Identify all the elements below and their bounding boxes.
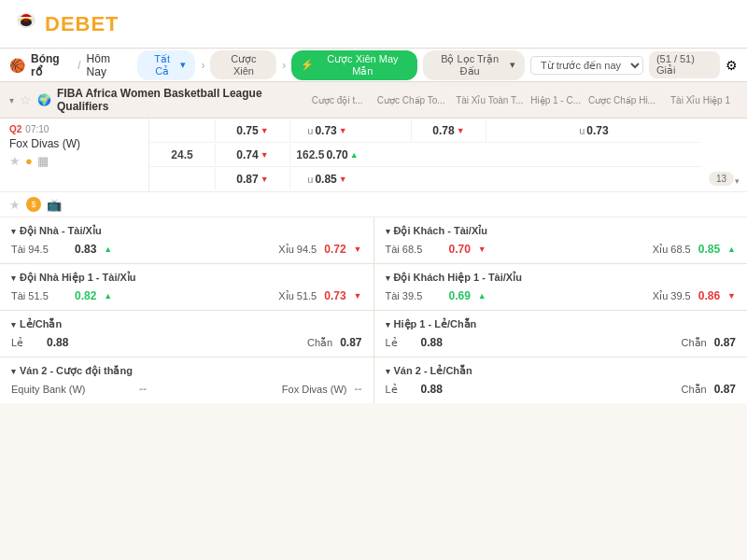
bet-label-equity: Equity Bank (W)	[11, 384, 132, 395]
nav-time[interactable]: Hôm Nay	[87, 52, 132, 78]
count-badge: (51 / 51) Giải	[649, 51, 720, 78]
col-h5: Cược Chấp Hi...	[585, 95, 659, 105]
bet-label-le3: Lẻ	[386, 384, 414, 396]
section-title-2[interactable]: ▾ Đội Khách - Tài/Xỉu	[386, 225, 737, 237]
nav-sport[interactable]: Bóng rổ	[31, 52, 72, 78]
section-title-5[interactable]: ▾ Lẻ/Chẵn	[11, 318, 362, 330]
bet-val-083[interactable]: 0.83	[75, 243, 96, 256]
match-info: Q2 07:10 Fox Divas (W) ★ ● ▦	[0, 119, 149, 191]
odds-cell-078[interactable]: 0.78 ▼	[411, 120, 486, 141]
bet-row-8: Lẻ 0.88 Chẵn 0.87	[386, 383, 737, 396]
arrow-down-5: ▼	[261, 175, 269, 184]
content: ▾ ☆ 🌍 FIBA Africa Women Basketball Leagu…	[0, 82, 747, 560]
bet-val-086[interactable]: 0.86	[698, 289, 720, 302]
bet-row-3: Tài 51.5 0.82 ▲ Xỉu 51.5 0.73 ▼	[11, 289, 362, 302]
section-van2-cuoc-doi-thang: ▾ Ván 2 - Cược đội thắng Equity Bank (W)…	[0, 357, 374, 403]
chevron-icon[interactable]: ▾	[9, 95, 14, 105]
odds-label-u2: u	[579, 125, 585, 136]
odds-num-1625: 162.5	[296, 148, 324, 161]
bet-val-072[interactable]: 0.72	[324, 243, 345, 256]
bet-label-le: Lẻ	[11, 337, 39, 349]
odds-cell-u073[interactable]: u 0.73 ▼	[289, 120, 364, 141]
bet-val-088a[interactable]: 0.88	[47, 336, 68, 349]
arrow-down-4: ▼	[261, 150, 269, 160]
bet-val-088c[interactable]: 0.88	[421, 383, 443, 396]
chevron-section3-icon: ▾	[11, 273, 16, 283]
cuoc-xien-button[interactable]: Cược Xiên	[210, 50, 276, 79]
stats-icon[interactable]: ▦	[37, 154, 49, 168]
bo-loc-button[interactable]: Bộ Lọc Trận Đấu ▾	[423, 50, 525, 80]
nav-globe-icon: 🏀	[9, 58, 25, 73]
bet-label-fox: Fox Divas (W)	[282, 384, 347, 395]
bet-val-087c[interactable]: 0.87	[714, 383, 736, 396]
odds-val-078: 0.78	[432, 124, 454, 137]
match-odds-table: 0.75 ▼ u 0.73 ▼ 0.78 ▼ u 0.	[149, 119, 701, 191]
arrow-down-3: ▼	[457, 126, 465, 135]
section-title-4[interactable]: ▾ Đội Khách Hiệp 1 - Tài/Xỉu	[386, 272, 737, 284]
bet-val-dash1[interactable]: --	[139, 383, 147, 396]
arrow-up-069: ▲	[478, 291, 486, 301]
bet-label-chan3: Chẵn	[681, 384, 706, 396]
odds-row-1: 0.75 ▼ u 0.73 ▼ 0.78 ▼ u 0.	[149, 119, 701, 143]
arrow-down-072: ▼	[354, 245, 362, 254]
cuoc-xien-may-man-label: Cược Xiên May Mắn	[317, 53, 408, 77]
bet-val-069[interactable]: 0.69	[449, 289, 471, 302]
league-name: FIBA Africa Women Basketball League Qual…	[57, 87, 299, 113]
arrow-down-1: ▼	[261, 126, 269, 135]
logo-icon	[11, 9, 41, 39]
tv-icon[interactable]: 📺	[47, 198, 62, 212]
cuoc-xien-label: Cược Xiên	[219, 53, 267, 77]
settings-icon[interactable]: ⚙	[726, 58, 738, 73]
odds-cell-075[interactable]: 0.75 ▼	[215, 120, 289, 141]
nav-filter-label: Tất Cả	[147, 53, 177, 77]
bet-val-088b[interactable]: 0.88	[421, 336, 443, 349]
odds-cell-empty1	[149, 127, 215, 134]
star-match-icon[interactable]: ★	[9, 154, 21, 168]
arrow-down-086: ▼	[727, 291, 736, 301]
odds-cell-u073b[interactable]: u 0.73	[486, 120, 701, 141]
bet-val-082[interactable]: 0.82	[75, 289, 96, 302]
logo: DEBET	[11, 9, 120, 39]
bet-val-087a[interactable]: 0.87	[340, 336, 361, 349]
arrow-down-073: ▼	[354, 291, 362, 301]
section-title-6[interactable]: ▾ Hiệp 1 - Lẻ/Chẵn	[386, 318, 737, 330]
odds-cell-u085[interactable]: u 0.85 ▼	[289, 169, 364, 189]
section-title-3[interactable]: ▾ Đội Nhà Hiệp 1 - Tài/Xỉu	[11, 272, 362, 284]
bet-val-073[interactable]: 0.73	[324, 289, 345, 302]
section-doi-khach-tai-xiu: ▾ Đội Khách - Tài/Xỉu Tài 68.5 0.70 ▼ Xỉ…	[374, 217, 748, 263]
odds-cell-087[interactable]: 0.87 ▼	[215, 169, 289, 189]
match-team: Fox Divas (W)	[9, 137, 139, 150]
odds-cell-074[interactable]: 0.74 ▼	[215, 145, 289, 165]
match-status-row: Q2 07:10	[9, 124, 139, 134]
bet-val-087b[interactable]: 0.87	[714, 336, 736, 349]
header: DEBET	[0, 0, 747, 49]
coin-icon[interactable]: ●	[25, 154, 33, 168]
section-title-8[interactable]: ▾ Ván 2 - Lẻ/Chẵn	[386, 365, 737, 377]
section-doi-nha-tai-xiu: ▾ Đội Nhà - Tài/Xỉu Tài 94.5 0.83 ▲ Xỉu …	[0, 217, 374, 263]
sort-select[interactable]: Từ trước đến nay	[530, 56, 643, 75]
league-row: ▾ ☆ 🌍 FIBA Africa Women Basketball Leagu…	[0, 82, 747, 119]
match-count-badge[interactable]: 13	[709, 172, 734, 186]
bet-val-070[interactable]: 0.70	[449, 243, 471, 256]
section-title-7[interactable]: ▾ Ván 2 - Cược đội thắng	[11, 365, 362, 377]
arrow-down-070: ▼	[478, 245, 486, 254]
star-icon[interactable]: ☆	[20, 92, 32, 107]
chevron-section5-icon: ▾	[11, 320, 16, 329]
coin-icon2[interactable]: $	[26, 197, 41, 212]
league-header: ▾ ☆ 🌍 FIBA Africa Women Basketball Leagu…	[0, 82, 747, 118]
cuoc-xien-may-man-button[interactable]: ⚡ Cược Xiên May Mắn	[291, 50, 417, 80]
odds-num-245: 24.5	[171, 148, 192, 161]
arrow-up-085: ▲	[727, 245, 736, 254]
chevron-down-icon: ▾	[180, 59, 186, 71]
odds-val-075: 0.75	[236, 124, 258, 137]
nav-filter-button[interactable]: Tất Cả ▾	[137, 50, 195, 80]
bet-val-085[interactable]: 0.85	[698, 243, 720, 256]
section-title-1[interactable]: ▾ Đội Nhà - Tài/Xỉu	[11, 225, 362, 237]
bet-val-dash2[interactable]: --	[355, 383, 362, 396]
bet-sections-grid: ▾ Đội Nhà - Tài/Xỉu Tài 94.5 0.83 ▲ Xỉu …	[0, 217, 747, 403]
bo-loc-label: Bộ Lọc Trận Đấu	[432, 53, 507, 77]
bet-row-5: Lẻ 0.88 Chẵn 0.87	[11, 336, 362, 349]
odds-cell-1625[interactable]: 162.5 0.70 ▲	[289, 145, 364, 165]
bet-row-6: Lẻ 0.88 Chẵn 0.87	[386, 336, 737, 349]
star-icon2[interactable]: ★	[9, 198, 21, 212]
